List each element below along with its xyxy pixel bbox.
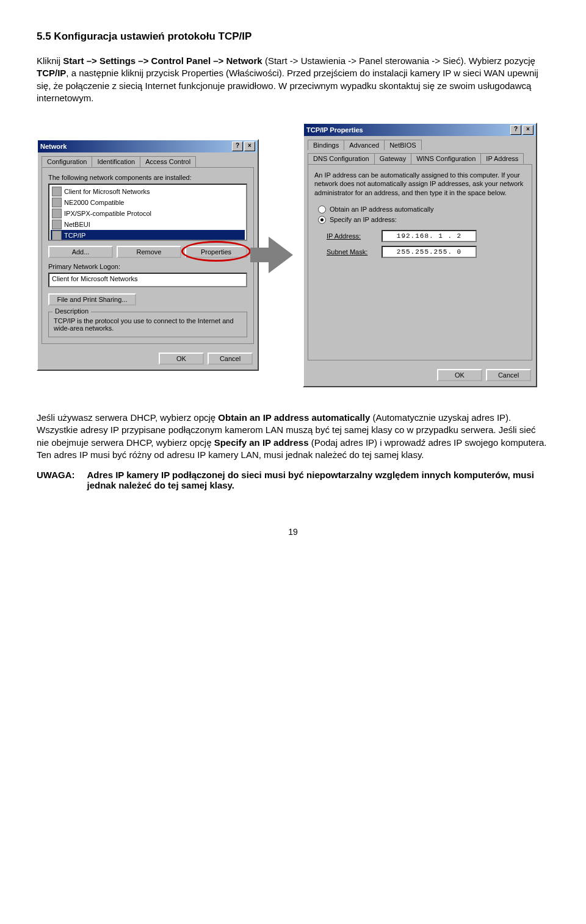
properties-button[interactable]: Properties: [185, 246, 247, 258]
subnet-mask-input[interactable]: 255.255.255. 0: [382, 246, 477, 258]
radio-obtain-label: Obtain an IP address automatically: [330, 206, 433, 213]
dhcp-paragraph: Jeśli używasz serwera DHCP, wybierz opcj…: [37, 412, 549, 461]
tab-advanced[interactable]: Advanced: [344, 140, 385, 150]
list-item-tcpip[interactable]: TCP/IP: [51, 230, 245, 241]
window-title: TCP/IP Properties: [306, 126, 363, 134]
tab-configuration[interactable]: Configuration: [42, 156, 92, 167]
remove-button[interactable]: Remove: [117, 246, 181, 258]
primary-logon-label: Primary Network Logon:: [48, 263, 247, 270]
ok-button[interactable]: OK: [159, 353, 204, 365]
note-text: Adres IP kamery IP podłączonej do sieci …: [87, 470, 550, 490]
tcpip-tabs-row1: Bindings Advanced NetBIOS: [308, 140, 532, 150]
tcpip-tabs-row2: DNS Configuration Gateway WINS Configura…: [308, 153, 532, 164]
text: , a następnie kliknij przycisk Propertie…: [37, 68, 538, 103]
description-legend: Description: [52, 307, 91, 315]
add-button[interactable]: Add...: [48, 246, 113, 258]
protocol-icon: [52, 231, 62, 240]
obtain-label: Obtain an IP address automatically: [218, 412, 370, 423]
tab-netbios[interactable]: NetBIOS: [384, 140, 421, 150]
text: Kliknij: [37, 56, 63, 66]
help-icon[interactable]: ?: [232, 141, 243, 151]
list-item-label: TCP/IP: [64, 232, 85, 239]
close-icon[interactable]: ×: [523, 125, 534, 135]
tcpip-titlebar: TCP/IP Properties ? ×: [304, 124, 536, 136]
network-dialog: Network ? × Configuration Identification…: [37, 139, 259, 371]
client-icon: [52, 187, 62, 196]
list-item-label: NE2000 Compatible: [64, 199, 124, 206]
description-group: Description TCP/IP is the protocol you u…: [48, 312, 247, 337]
help-icon[interactable]: ?: [510, 125, 521, 135]
adapter-icon: [52, 198, 62, 207]
list-item[interactable]: NetBEUI: [51, 219, 245, 230]
list-item-label: Client for Microsoft Networks: [64, 188, 150, 195]
note-label: UWAGA:: [37, 470, 75, 490]
specify-label: Specify an IP address: [214, 437, 309, 448]
close-icon[interactable]: ×: [244, 141, 255, 151]
page-number: 19: [37, 527, 549, 537]
list-item-label: NetBEUI: [64, 221, 90, 228]
tcpip-label: TCP/IP: [37, 68, 66, 78]
tab-access-control[interactable]: Access Control: [140, 156, 196, 167]
tab-wins[interactable]: WINS Configuration: [411, 153, 481, 164]
cancel-button[interactable]: Cancel: [486, 369, 531, 381]
list-item[interactable]: NE2000 Compatible: [51, 197, 245, 208]
protocol-icon: [52, 209, 62, 218]
window-title: Network: [40, 143, 67, 150]
primary-logon-select[interactable]: Client for Microsoft Networks: [48, 273, 247, 287]
text: (Start -> Ustawienia -> Panel sterowania…: [262, 56, 535, 66]
ip-address-input[interactable]: 192.168. 1 . 2: [382, 230, 477, 242]
radio-specify[interactable]: [318, 216, 326, 224]
components-label: The following network components are ins…: [48, 174, 247, 181]
text: Jeśli używasz serwera DHCP, wybierz opcj…: [37, 412, 218, 423]
tab-bindings[interactable]: Bindings: [308, 140, 344, 150]
tab-identification[interactable]: Identification: [92, 156, 140, 167]
protocol-icon: [52, 220, 62, 229]
ip-address-label: IP Address:: [327, 232, 382, 240]
arrow-icon: [269, 237, 293, 273]
tcpip-panel: An IP address can be automatically assig…: [308, 164, 532, 360]
radio-obtain-row[interactable]: Obtain an IP address automatically: [318, 206, 526, 213]
cancel-button[interactable]: Cancel: [208, 353, 253, 365]
tab-ip-address[interactable]: IP Address: [480, 153, 524, 164]
radio-obtain[interactable]: [318, 206, 326, 213]
intro-paragraph: Kliknij Start –> Settings –> Control Pan…: [37, 55, 549, 104]
tab-dns[interactable]: DNS Configuration: [308, 153, 375, 164]
ip-help-text: An IP address can be automatically assig…: [314, 171, 526, 197]
menu-path: Start –> Settings –> Control Panel –> Ne…: [63, 56, 262, 66]
radio-specify-row[interactable]: Specify an IP address:: [318, 216, 526, 224]
description-text: TCP/IP is the protocol you use to connec…: [54, 317, 242, 332]
section-heading: 5.5 Konfiguracja ustawień protokołu TCP/…: [37, 30, 549, 43]
network-tabs: Configuration Identification Access Cont…: [42, 156, 254, 167]
network-titlebar: Network ? ×: [38, 140, 258, 152]
file-print-sharing-button[interactable]: File and Print Sharing...: [48, 293, 136, 306]
components-listbox[interactable]: Client for Microsoft Networks NE2000 Com…: [48, 184, 247, 241]
list-item[interactable]: Client for Microsoft Networks: [51, 186, 245, 197]
ok-button[interactable]: OK: [437, 369, 482, 381]
network-panel: The following network components are ins…: [42, 167, 254, 344]
tab-gateway[interactable]: Gateway: [374, 153, 411, 164]
subnet-mask-label: Subnet Mask:: [327, 248, 382, 256]
radio-specify-label: Specify an IP address:: [330, 216, 397, 223]
list-item[interactable]: IPX/SPX-compatible Protocol: [51, 208, 245, 219]
figure-row: Network ? × Configuration Identification…: [37, 123, 549, 387]
note-row: UWAGA: Adres IP kamery IP podłączonej do…: [37, 470, 549, 490]
tcpip-properties-dialog: TCP/IP Properties ? × Bindings Advanced …: [303, 123, 537, 387]
list-item-label: IPX/SPX-compatible Protocol: [64, 210, 151, 217]
